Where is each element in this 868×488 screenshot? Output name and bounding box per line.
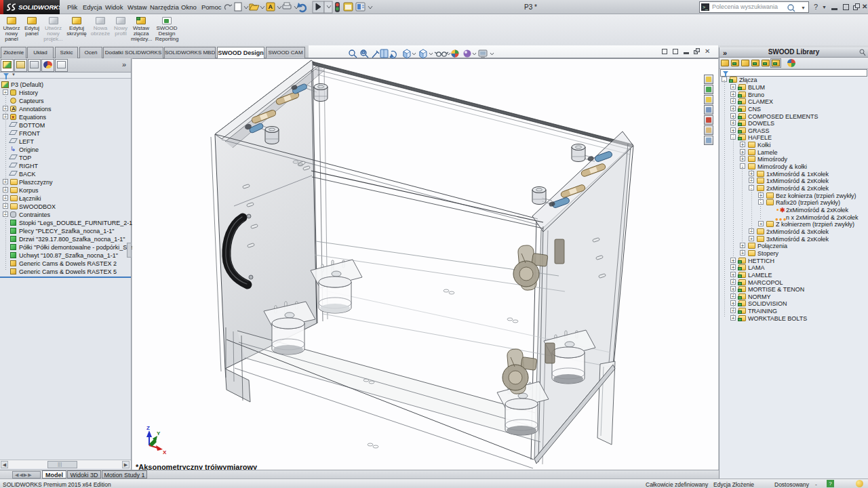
svg-text:X: X [163,449,167,455]
svg-text:Y: Y [157,430,161,436]
svg-text:Z: Z [146,425,150,431]
